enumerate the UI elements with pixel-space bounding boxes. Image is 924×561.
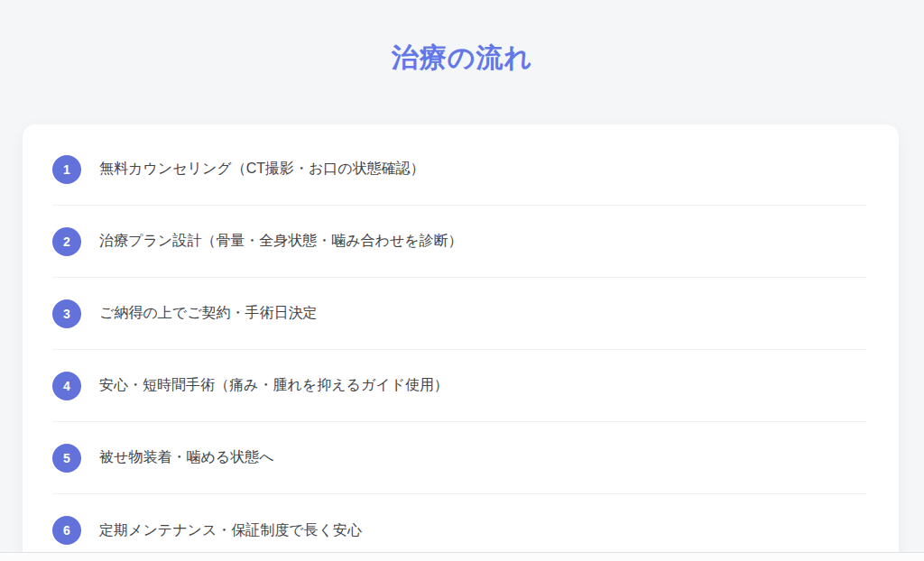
steps-card: 1 無料カウンセリング（CT撮影・お口の状態確認） 2 治療プラン設計（骨量・全…: [23, 124, 899, 561]
step-row: 3 ご納得の上でご契約・手術日決定: [52, 278, 866, 350]
step-label: ご納得の上でご契約・手術日決定: [99, 303, 318, 323]
step-number-badge: 1: [52, 155, 81, 184]
step-row: 1 無料カウンセリング（CT撮影・お口の状態確認）: [52, 133, 866, 206]
step-row: 4 安心・短時間手術（痛み・腫れを抑えるガイド使用）: [52, 350, 866, 422]
step-row: 6 定期メンテナンス・保証制度で長く安心: [52, 494, 866, 561]
section-title: 治療の流れ: [0, 40, 924, 77]
step-label: 安心・短時間手術（痛み・腫れを抑えるガイド使用）: [99, 375, 448, 395]
step-number-badge: 3: [52, 299, 81, 328]
step-label: 被せ物装着・噛める状態へ: [99, 447, 274, 467]
step-label: 治療プラン設計（骨量・全身状態・噛み合わせを診断）: [99, 231, 463, 251]
step-label: 定期メンテナンス・保証制度で長く安心: [99, 520, 362, 540]
step-number-badge: 2: [52, 227, 81, 256]
steps-list: 1 無料カウンセリング（CT撮影・お口の状態確認） 2 治療プラン設計（骨量・全…: [52, 133, 866, 561]
step-number-badge: 5: [52, 444, 81, 473]
step-number-badge: 6: [52, 516, 81, 545]
step-row: 5 被せ物装着・噛める状態へ: [52, 422, 866, 494]
section-bottom-strip: [0, 553, 924, 561]
step-number-badge: 4: [52, 372, 81, 400]
step-label: 無料カウンセリング（CT撮影・お口の状態確認）: [99, 159, 425, 179]
step-row: 2 治療プラン設計（骨量・全身状態・噛み合わせを診断）: [52, 206, 866, 278]
